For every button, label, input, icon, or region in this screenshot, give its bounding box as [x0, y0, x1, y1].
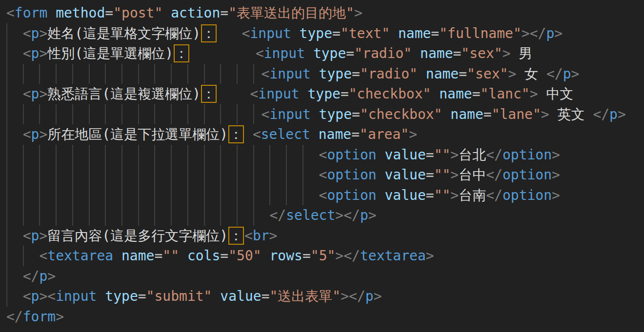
code-token: 台中 — [459, 167, 486, 183]
code-token: form — [23, 309, 56, 325]
indent-guide — [171, 185, 172, 206]
code-token — [377, 167, 385, 183]
indent-guide — [302, 145, 303, 165]
code-token — [97, 288, 105, 304]
code-token: input — [269, 106, 310, 122]
code-token: = — [459, 66, 467, 82]
code-token: method — [56, 5, 105, 21]
indent-guide — [187, 145, 188, 165]
indent-guide — [237, 104, 238, 125]
code-token — [47, 5, 56, 21]
indent-guide — [39, 104, 40, 125]
indent-guide — [253, 145, 254, 165]
code-text: <input type="checkbox" name="lane"> 英文 <… — [6, 106, 626, 122]
indent-guide — [121, 185, 122, 206]
code-editor[interactable]: <form method="post" action="表單送出的目的地"> <… — [0, 0, 644, 332]
code-token: > — [571, 66, 580, 82]
code-token — [442, 106, 450, 122]
indent-guide — [187, 165, 188, 185]
code-token: input — [269, 66, 310, 82]
code-token — [390, 25, 398, 41]
code-text: <textarea name="" cols="50" rows="5"></t… — [6, 248, 434, 264]
indent-guide — [72, 205, 73, 226]
code-token: name — [439, 86, 472, 102]
code-line: </select></p> — [6, 205, 644, 226]
indent-guide — [253, 104, 254, 125]
indent-guide — [121, 64, 122, 84]
indent-guide — [121, 165, 122, 185]
code-token: value — [384, 147, 425, 163]
indent-guide — [171, 104, 172, 125]
code-token: type — [300, 25, 332, 41]
code-token: type — [307, 86, 340, 102]
unicode-highlight-box: ： — [201, 85, 217, 103]
code-text: <p>留言內容(這是多行文字欄位)：<br> — [6, 228, 277, 244]
code-token: = — [262, 288, 270, 304]
code-line: <textarea name="" cols="50" rows="5"></t… — [6, 246, 644, 266]
code-token: > — [47, 268, 56, 284]
indent-guide — [302, 165, 303, 185]
code-line: <input type="radio" name="sex"> 女 </p> — [6, 64, 644, 84]
code-token — [377, 147, 385, 163]
indent-guide — [138, 145, 139, 165]
code-token: > — [618, 106, 626, 122]
code-token: = — [341, 86, 349, 102]
indent-guide — [171, 64, 172, 84]
code-text: <form method="post" action="表單送出的目的地"> — [6, 5, 362, 21]
code-token: "area" — [360, 126, 409, 142]
code-token: "50" — [228, 248, 261, 264]
code-token: 台北 — [459, 147, 486, 163]
indent-guide — [121, 145, 122, 165]
indent-guide — [253, 185, 254, 206]
code-token: option — [503, 167, 552, 183]
code-token: "" — [434, 187, 451, 203]
indent-guide — [204, 64, 205, 84]
code-token: p — [31, 86, 40, 102]
code-token: </ — [6, 309, 23, 325]
indent-guide — [138, 165, 139, 185]
unicode-highlight-box: ： — [174, 44, 189, 62]
code-line: <p>熟悉語言(這是複選欄位)： <input type="checkbox" … — [6, 84, 644, 104]
code-token: = — [426, 187, 434, 203]
indent-guide — [6, 226, 7, 246]
indent-guide — [154, 205, 155, 226]
code-token — [262, 248, 270, 264]
code-token: = — [426, 167, 434, 183]
code-token: = — [431, 25, 439, 41]
code-token: > — [409, 126, 417, 142]
code-line: <option value="">台南</option> — [6, 185, 644, 206]
code-token: input — [250, 25, 291, 41]
indent-guide — [286, 165, 287, 185]
code-token: = — [346, 45, 354, 61]
code-token: rows — [269, 248, 302, 264]
code-token: form — [15, 5, 47, 21]
code-token: 所在地區(這是下拉選單欄位) — [47, 126, 228, 142]
indent-guide — [23, 185, 24, 206]
unicode-highlight-box: ： — [228, 227, 244, 245]
indent-guide — [105, 104, 106, 125]
code-text: </select></p> — [6, 207, 377, 223]
code-token: < — [242, 25, 250, 41]
code-token: < — [23, 25, 31, 41]
indent-guide — [204, 145, 205, 165]
code-text: <input type="radio" name="sex"> 女 </p> — [6, 66, 579, 82]
code-token: 熟悉語言(這是複選欄位) — [47, 86, 201, 102]
indent-guide — [89, 145, 90, 165]
indent-guide — [204, 165, 205, 185]
code-token: > — [541, 106, 549, 122]
indent-guide — [105, 185, 106, 206]
code-token: p — [365, 288, 374, 304]
code-token: < — [262, 106, 270, 122]
indent-guide — [72, 64, 73, 84]
code-token — [412, 45, 420, 61]
indent-guide — [105, 145, 106, 165]
code-token: < — [23, 288, 31, 304]
code-token: type — [319, 106, 352, 122]
code-token: > — [552, 147, 560, 163]
code-token — [418, 66, 426, 82]
code-token: < — [250, 86, 258, 102]
code-token: name — [426, 66, 459, 82]
code-token: > — [374, 288, 382, 304]
indent-guide — [187, 185, 188, 206]
code-line: <option value="">台中</option> — [6, 165, 644, 185]
